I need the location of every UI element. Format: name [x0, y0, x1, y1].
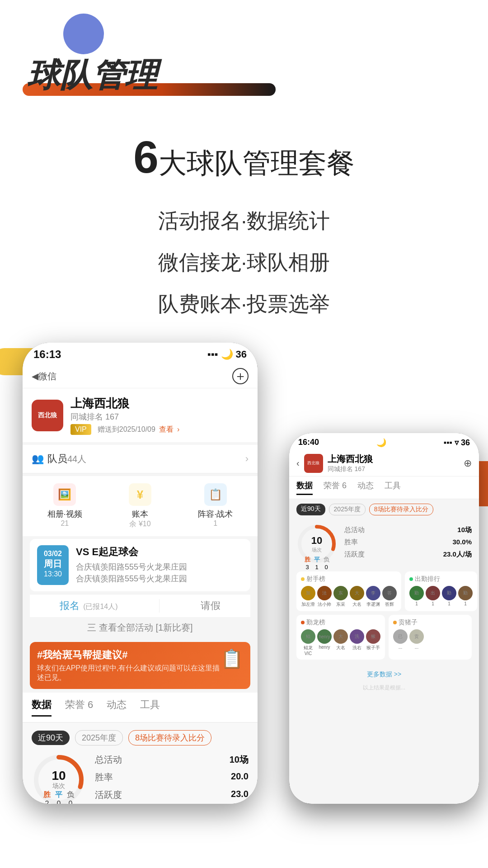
vip-link[interactable]: 查看 — [159, 425, 174, 434]
phone2-total-activity: 总活动 10场 — [344, 526, 472, 534]
phone2-tab-honor[interactable]: 荣誉 6 — [324, 480, 347, 495]
stats-row: 10 场次 胜 2 平 0 — [32, 753, 249, 804]
tab-honor[interactable]: 荣誉 6 — [65, 698, 93, 717]
quick-feature-account[interactable]: ¥ 账本 余 ¥10 — [107, 483, 174, 529]
view-all[interactable]: 三 查看全部活动 [1新比赛] — [23, 617, 258, 638]
feature-item-2: 微信接龙·球队相册 — [18, 241, 470, 283]
shooter-2: 法 法小帅 — [317, 586, 332, 608]
ranking-row-2: 勤龙榜 鲲 鲲龙 VIC henry henry — [296, 615, 472, 660]
phone-main: 16:13 ▪▪▪ 🌙 36 ◀ 微信 ＋ 西北狼 — [23, 343, 258, 804]
phone2-filter-active[interactable]: 近90天 — [296, 504, 325, 515]
phone2-team-info: 上海西北狼 同城排名 167 — [328, 453, 373, 473]
phone2-tab-dynamic[interactable]: 动态 — [357, 480, 374, 495]
vip-arrow: › — [177, 425, 179, 434]
activity-date-box: 03/02 周日 13:30 — [37, 545, 69, 585]
blue-circle-decoration — [63, 14, 104, 54]
total-games: 10 — [52, 769, 66, 782]
phone2-tab-tools[interactable]: 工具 — [385, 480, 401, 495]
phone2-filters: 近90天 2025年度 8场比赛待录入比分 — [289, 499, 479, 520]
phone2-draw: 平 1 — [314, 556, 320, 571]
signal-icon: ▪▪▪ — [207, 349, 218, 360]
activity-value: 23.0 — [231, 789, 249, 801]
quick-features-row: 🖼️ 相册·视频 21 ¥ 账本 余 ¥10 📋 阵容·战术 1 — [23, 476, 258, 536]
enc-avatar-1: 鲲 — [301, 629, 315, 644]
win-rate-row: 胜率 20.0 — [95, 771, 249, 783]
filter-pending[interactable]: 8场比赛待录入比分 — [128, 730, 211, 745]
phone2-filter-period[interactable]: 2025年度 — [329, 504, 366, 515]
team-info: 上海西北狼 同城排名 167 VIP 赠送到2025/10/09 查看 › — [70, 396, 249, 435]
tab-data[interactable]: 数据 — [32, 698, 52, 717]
absence-button[interactable]: 请假 — [201, 599, 221, 613]
total-activity-label: 总活动 — [95, 754, 122, 766]
filter-period[interactable]: 2025年度 — [75, 730, 123, 745]
phone2-win-rate-label: 胜率 — [344, 538, 358, 547]
feature-list: 活动报名·数据统计 微信接龙·球队相册 队费账本·投票选举 — [18, 200, 470, 325]
activity-title: VS E起足球会 — [76, 545, 243, 559]
win-rate-label: 胜率 — [95, 771, 113, 783]
enc-5: 猴 猴子手 — [366, 629, 380, 656]
shooter-avatar-3: 东 — [333, 586, 348, 600]
phone2-total-activity-val: 10场 — [457, 526, 472, 534]
activity-actions: 报名 (已报14人) 请假 — [30, 594, 250, 617]
win-stat: 胜 2 — [43, 790, 51, 804]
team-logo: 西北狼 — [32, 400, 63, 431]
phone2-win: 胜 3 — [305, 556, 310, 571]
more-data-link[interactable]: 更多数据 >> — [289, 667, 479, 682]
register-button[interactable]: 报名 — [60, 600, 80, 611]
phone2-win-rate-val: 30.0% — [452, 538, 472, 547]
quick-feature-album[interactable]: 🖼️ 相册·视频 21 — [32, 483, 98, 529]
filter-period-active[interactable]: 近90天 — [32, 731, 70, 745]
top-shooters-title: 射手榜 — [301, 575, 397, 583]
phone2-win-num: 3 — [305, 564, 310, 571]
shooter-avatar-2: 法 — [317, 586, 332, 600]
draw-label: 平 — [55, 790, 62, 800]
phone2-nav: ‹ 西北狼 上海西北狼 同城排名 167 ⊕ — [289, 450, 479, 476]
data-content: 近90天 2025年度 8场比赛待录入比分 10 场次 — [23, 723, 258, 804]
phone2-activity-val: 23.0人/场 — [443, 550, 472, 559]
account-icon-box: ¥ — [129, 483, 151, 506]
goa-avatar-2: 贡 — [409, 629, 424, 644]
phone2-plus-button[interactable]: ⊕ — [464, 458, 472, 469]
members-row[interactable]: 👥 队员 44人 › — [23, 445, 258, 473]
attendance-title: 出勤排行 — [409, 575, 473, 583]
attender-3: 勤 1 — [442, 586, 456, 606]
vip-gift-text: 赠送到2025/10/09 — [98, 425, 155, 434]
tab-tools[interactable]: 工具 — [140, 698, 160, 717]
wechat-nav: ◀ 微信 ＋ — [23, 364, 258, 388]
enc-avatar-3: 大 — [333, 629, 348, 644]
enc-3: 大 大名 — [333, 629, 348, 656]
total-label: 场次 — [52, 782, 65, 789]
win-num: 2 — [43, 800, 51, 804]
enc-2: henry henry — [317, 629, 332, 656]
ranking-row-1: 射手榜 加 加左滑 法 法小帅 东 — [296, 571, 472, 611]
encouragement-avatars: 鲲 鲲龙 VIC henry henry 大 大名 — [301, 629, 380, 656]
tab-dynamic[interactable]: 动态 — [107, 698, 127, 717]
nav-plus-button[interactable]: ＋ — [232, 368, 249, 384]
phone2-tab-data[interactable]: 数据 — [296, 480, 313, 495]
activity-date: 03/02 — [43, 550, 62, 558]
attendance-card: 出勤排行 勤 1 出 1 勤 — [405, 571, 477, 611]
phone-secondary: 16:40 🌙 ▪▪▪ ▿ 36 ‹ 西北狼 上海西北狼 同城排名 167 ⊕ … — [289, 433, 479, 804]
phone2-filter-pending[interactable]: 8场比赛待录入比分 — [369, 504, 433, 515]
members-icon: 👥 — [32, 453, 44, 465]
goa-label: 贡猪子 — [399, 618, 418, 627]
phone2-circle-label: 10 场次 — [311, 535, 322, 553]
banner-icon: 📋 — [221, 648, 243, 670]
suggestion-banner[interactable]: #我给斑马帮提建议# 球友们在APP使用过程中,有什么建议或问题可以在这里描述已… — [30, 642, 250, 689]
album-icon-box: 🖼️ — [53, 483, 76, 506]
activity-info: VS E起足球会 合庆镇羡阳路555号火龙果庄园 合庆镇羡阳路555号火龙果庄园 — [76, 545, 243, 585]
activity-time: 13:30 — [43, 570, 62, 578]
lose-label: 负 — [67, 790, 74, 800]
main-status-icons: ▪▪▪ 🌙 36 — [207, 349, 247, 360]
hero-section: 球队管理 — [0, 0, 488, 100]
shooter-avatar-6: 答 — [382, 586, 397, 600]
phone2-back-icon: ‹ — [296, 458, 300, 468]
shooter-avatar-5: 李 — [366, 586, 380, 600]
quick-feature-tactics[interactable]: 📋 阵容·战术 1 — [182, 483, 249, 529]
shooter-1: 加 加左滑 — [301, 586, 315, 608]
title-bar: 球队管理 — [0, 59, 488, 91]
win-rate-value: 20.0 — [231, 771, 249, 783]
phone2-lose-label: 负 — [324, 556, 329, 564]
win-label: 胜 — [43, 790, 51, 800]
tactics-icon-box: 📋 — [204, 483, 227, 506]
